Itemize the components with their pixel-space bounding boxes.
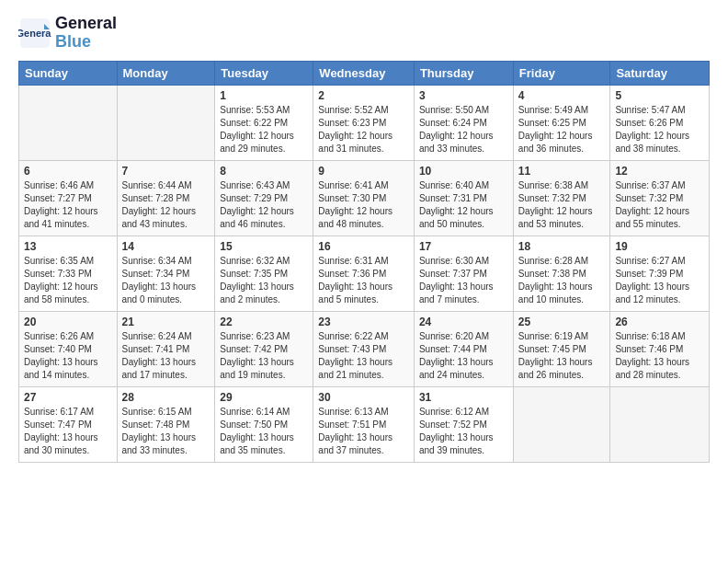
calendar-cell: 29Sunrise: 6:14 AM Sunset: 7:50 PM Dayli… — [215, 386, 313, 462]
calendar-cell: 9Sunrise: 6:41 AM Sunset: 7:30 PM Daylig… — [313, 160, 415, 236]
day-number: 9 — [318, 165, 409, 178]
day-number: 16 — [318, 240, 409, 253]
weekday-header: Tuesday — [215, 61, 313, 85]
day-number: 5 — [615, 89, 704, 102]
day-number: 20 — [24, 316, 112, 328]
day-number: 3 — [419, 89, 508, 102]
day-info: Sunrise: 6:18 AM Sunset: 7:46 PM Dayligh… — [615, 330, 704, 382]
calendar-cell — [19, 85, 118, 160]
calendar-cell: 5Sunrise: 5:47 AM Sunset: 6:26 PM Daylig… — [610, 85, 710, 160]
calendar-cell — [610, 386, 710, 462]
calendar-cell: 19Sunrise: 6:27 AM Sunset: 7:39 PM Dayli… — [610, 236, 710, 311]
calendar-week-row: 6Sunrise: 6:46 AM Sunset: 7:27 PM Daylig… — [19, 160, 710, 236]
calendar-cell: 23Sunrise: 6:22 AM Sunset: 7:43 PM Dayli… — [313, 311, 415, 386]
day-number: 30 — [318, 391, 409, 404]
day-info: Sunrise: 6:43 AM Sunset: 7:29 PM Dayligh… — [220, 179, 308, 231]
calendar-cell: 3Sunrise: 5:50 AM Sunset: 6:24 PM Daylig… — [414, 85, 513, 160]
day-info: Sunrise: 5:50 AM Sunset: 6:24 PM Dayligh… — [419, 104, 508, 155]
calendar-cell: 20Sunrise: 6:26 AM Sunset: 7:40 PM Dayli… — [19, 311, 118, 386]
calendar-cell: 6Sunrise: 6:46 AM Sunset: 7:27 PM Daylig… — [19, 160, 118, 236]
day-info: Sunrise: 6:31 AM Sunset: 7:36 PM Dayligh… — [318, 255, 409, 306]
day-info: Sunrise: 6:32 AM Sunset: 7:35 PM Dayligh… — [220, 255, 308, 306]
calendar-cell: 15Sunrise: 6:32 AM Sunset: 7:35 PM Dayli… — [215, 236, 313, 311]
day-info: Sunrise: 6:27 AM Sunset: 7:39 PM Dayligh… — [615, 255, 704, 306]
day-info: Sunrise: 6:17 AM Sunset: 7:47 PM Dayligh… — [24, 406, 112, 457]
day-info: Sunrise: 6:41 AM Sunset: 7:30 PM Dayligh… — [318, 179, 409, 231]
calendar-cell: 14Sunrise: 6:34 AM Sunset: 7:34 PM Dayli… — [117, 236, 215, 311]
calendar-cell: 26Sunrise: 6:18 AM Sunset: 7:46 PM Dayli… — [610, 311, 710, 386]
day-info: Sunrise: 6:13 AM Sunset: 7:51 PM Dayligh… — [318, 406, 409, 457]
day-number: 1 — [220, 89, 308, 102]
calendar-cell: 4Sunrise: 5:49 AM Sunset: 6:25 PM Daylig… — [513, 85, 610, 160]
weekday-header-row: SundayMondayTuesdayWednesdayThursdayFrid… — [19, 61, 710, 85]
day-info: Sunrise: 6:30 AM Sunset: 7:37 PM Dayligh… — [419, 255, 508, 306]
calendar-cell: 12Sunrise: 6:37 AM Sunset: 7:32 PM Dayli… — [610, 160, 710, 236]
day-number: 28 — [122, 391, 210, 404]
calendar-cell: 16Sunrise: 6:31 AM Sunset: 7:36 PM Dayli… — [313, 236, 415, 311]
day-number: 14 — [122, 240, 210, 253]
calendar-cell: 1Sunrise: 5:53 AM Sunset: 6:22 PM Daylig… — [215, 85, 313, 160]
day-info: Sunrise: 6:14 AM Sunset: 7:50 PM Dayligh… — [220, 406, 308, 457]
day-number: 23 — [318, 316, 409, 328]
logo: General General Blue — [18, 15, 117, 52]
day-info: Sunrise: 6:35 AM Sunset: 7:33 PM Dayligh… — [24, 255, 112, 306]
calendar-cell: 10Sunrise: 6:40 AM Sunset: 7:31 PM Dayli… — [414, 160, 513, 236]
day-info: Sunrise: 6:24 AM Sunset: 7:41 PM Dayligh… — [122, 330, 210, 382]
page: General General Blue SundayMondayTuesday… — [0, 0, 728, 472]
weekday-header: Thursday — [414, 61, 513, 85]
day-info: Sunrise: 5:53 AM Sunset: 6:22 PM Dayligh… — [220, 104, 308, 155]
day-number: 26 — [615, 316, 704, 328]
calendar-cell: 24Sunrise: 6:20 AM Sunset: 7:44 PM Dayli… — [414, 311, 513, 386]
day-info: Sunrise: 6:15 AM Sunset: 7:48 PM Dayligh… — [122, 406, 210, 457]
day-number: 6 — [24, 165, 112, 178]
calendar-cell: 7Sunrise: 6:44 AM Sunset: 7:28 PM Daylig… — [117, 160, 215, 236]
header: General General Blue — [18, 15, 710, 52]
weekday-header: Wednesday — [313, 61, 415, 85]
day-info: Sunrise: 6:40 AM Sunset: 7:31 PM Dayligh… — [419, 179, 508, 231]
day-info: Sunrise: 5:49 AM Sunset: 6:25 PM Dayligh… — [518, 104, 606, 155]
day-number: 12 — [615, 165, 704, 178]
day-number: 4 — [518, 89, 606, 102]
day-number: 24 — [419, 316, 508, 328]
day-info: Sunrise: 6:22 AM Sunset: 7:43 PM Dayligh… — [318, 330, 409, 382]
day-info: Sunrise: 6:38 AM Sunset: 7:32 PM Dayligh… — [518, 179, 606, 231]
day-info: Sunrise: 6:23 AM Sunset: 7:42 PM Dayligh… — [220, 330, 308, 382]
logo-icon: General — [18, 17, 51, 50]
calendar-cell: 27Sunrise: 6:17 AM Sunset: 7:47 PM Dayli… — [19, 386, 118, 462]
day-number: 31 — [419, 391, 508, 404]
day-number: 27 — [24, 391, 112, 404]
day-info: Sunrise: 6:44 AM Sunset: 7:28 PM Dayligh… — [122, 179, 210, 231]
day-info: Sunrise: 6:34 AM Sunset: 7:34 PM Dayligh… — [122, 255, 210, 306]
calendar-cell: 25Sunrise: 6:19 AM Sunset: 7:45 PM Dayli… — [513, 311, 610, 386]
weekday-header: Friday — [513, 61, 610, 85]
calendar-week-row: 20Sunrise: 6:26 AM Sunset: 7:40 PM Dayli… — [19, 311, 710, 386]
calendar-cell: 11Sunrise: 6:38 AM Sunset: 7:32 PM Dayli… — [513, 160, 610, 236]
day-number: 22 — [220, 316, 308, 328]
logo-text: General Blue — [55, 15, 117, 52]
calendar-cell: 21Sunrise: 6:24 AM Sunset: 7:41 PM Dayli… — [117, 311, 215, 386]
calendar-cell: 30Sunrise: 6:13 AM Sunset: 7:51 PM Dayli… — [313, 386, 415, 462]
calendar-cell: 17Sunrise: 6:30 AM Sunset: 7:37 PM Dayli… — [414, 236, 513, 311]
day-info: Sunrise: 6:19 AM Sunset: 7:45 PM Dayligh… — [518, 330, 606, 382]
day-info: Sunrise: 5:47 AM Sunset: 6:26 PM Dayligh… — [615, 104, 704, 155]
calendar-cell: 18Sunrise: 6:28 AM Sunset: 7:38 PM Dayli… — [513, 236, 610, 311]
day-info: Sunrise: 5:52 AM Sunset: 6:23 PM Dayligh… — [318, 104, 409, 155]
calendar-cell: 2Sunrise: 5:52 AM Sunset: 6:23 PM Daylig… — [313, 85, 415, 160]
day-info: Sunrise: 6:20 AM Sunset: 7:44 PM Dayligh… — [419, 330, 508, 382]
day-info: Sunrise: 6:46 AM Sunset: 7:27 PM Dayligh… — [24, 179, 112, 231]
day-number: 15 — [220, 240, 308, 253]
day-number: 2 — [318, 89, 409, 102]
day-number: 29 — [220, 391, 308, 404]
day-number: 7 — [122, 165, 210, 178]
weekday-header: Monday — [117, 61, 215, 85]
calendar: SundayMondayTuesdayWednesdayThursdayFrid… — [18, 61, 710, 463]
day-number: 18 — [518, 240, 606, 253]
calendar-week-row: 27Sunrise: 6:17 AM Sunset: 7:47 PM Dayli… — [19, 386, 710, 462]
day-number: 19 — [615, 240, 704, 253]
day-number: 17 — [419, 240, 508, 253]
calendar-cell — [117, 85, 215, 160]
day-number: 21 — [122, 316, 210, 328]
day-number: 8 — [220, 165, 308, 178]
day-number: 10 — [419, 165, 508, 178]
day-info: Sunrise: 6:28 AM Sunset: 7:38 PM Dayligh… — [518, 255, 606, 306]
